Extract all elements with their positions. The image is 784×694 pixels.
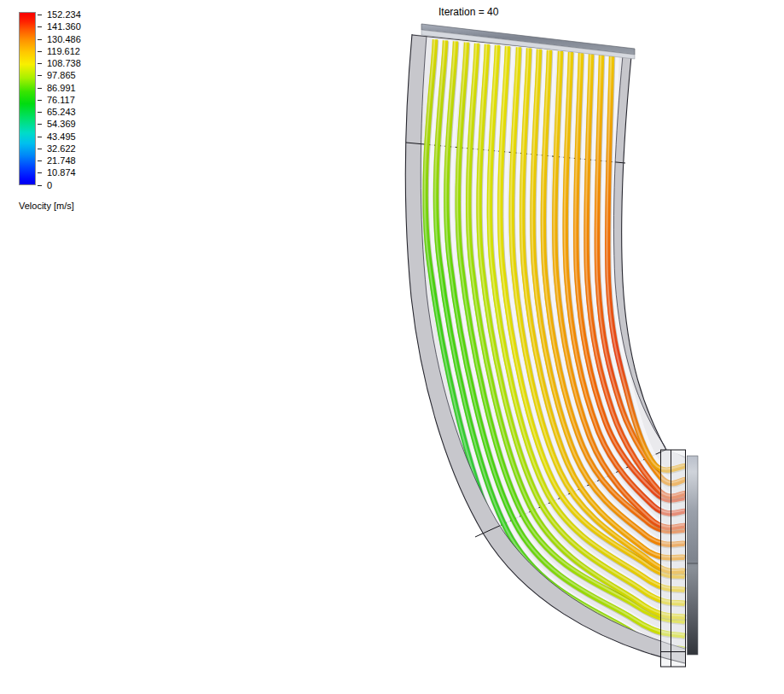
outlet-flange [688, 456, 699, 655]
viewport-3d[interactable] [0, 0, 784, 694]
cfd-results-view: 152.234141.360130.486119.612108.73897.86… [0, 0, 784, 694]
outlet-face [661, 450, 686, 667]
